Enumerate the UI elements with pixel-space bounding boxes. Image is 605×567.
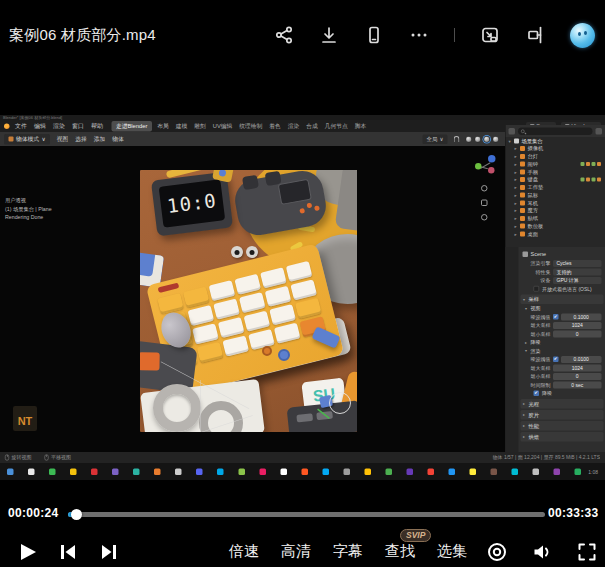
blender-logo-icon[interactable] <box>4 123 10 129</box>
filter-icon[interactable] <box>596 128 603 135</box>
total-time: 00:33:33 <box>548 506 598 520</box>
value-field[interactable]: 1024 <box>553 322 602 329</box>
axis-x-icon[interactable] <box>488 167 495 174</box>
value-field[interactable]: 0.1000 <box>561 313 602 320</box>
menu-item[interactable]: 渲染 <box>50 121 69 132</box>
outliner-item[interactable]: ▸魔方 <box>506 207 605 215</box>
collapsed-section[interactable]: 性能 <box>521 421 604 431</box>
axis-z-icon[interactable] <box>488 155 496 163</box>
quality-button[interactable]: 高清 <box>281 542 311 561</box>
workspace-tab[interactable]: 建模 <box>172 121 191 132</box>
assistant-ball-icon[interactable] <box>570 23 595 48</box>
record-icon[interactable] <box>485 540 508 563</box>
icon-dot <box>154 468 161 475</box>
controls-row: 倍速 高清 字幕 查找SVIP 选集 <box>0 536 605 567</box>
render-engine-dropdown[interactable]: Cycles <box>553 260 602 267</box>
value-field[interactable]: 0 <box>553 330 602 337</box>
subsection-denoise[interactable]: 降噪 <box>519 338 605 347</box>
editor-type-icon[interactable] <box>509 128 516 135</box>
noise-threshold-checkbox[interactable] <box>553 357 559 363</box>
collapsed-section[interactable]: 胶片 <box>521 410 604 420</box>
shading-material-icon[interactable] <box>484 136 491 143</box>
outliner-item[interactable]: ▸数位板 <box>506 222 605 230</box>
download-icon[interactable] <box>319 25 339 45</box>
collapsed-section[interactable]: 光程 <box>521 399 604 409</box>
zoom-icon[interactable] <box>481 185 488 192</box>
value-field[interactable]: 0 <box>553 373 602 380</box>
denoise-checkbox[interactable] <box>534 391 540 397</box>
icon-dot <box>265 286 292 307</box>
camera-view-icon[interactable] <box>481 214 488 221</box>
progress-handle[interactable] <box>71 509 82 520</box>
menu-item[interactable]: 编辑 <box>31 121 50 132</box>
next-button[interactable] <box>97 540 121 564</box>
menu-item[interactable]: 帮助 <box>88 121 107 132</box>
workspace-tab[interactable]: 几何节点 <box>321 121 351 132</box>
osl-checkbox[interactable] <box>534 286 540 292</box>
viewport-menu-item[interactable]: 视图 <box>53 134 72 144</box>
outliner-root[interactable]: ▾场景集合 <box>506 137 605 145</box>
workspace-tab[interactable]: UV编辑 <box>209 121 235 132</box>
search-button[interactable]: 查找SVIP <box>385 542 415 561</box>
shading-rendered-icon[interactable] <box>493 136 500 143</box>
subsection-viewport[interactable]: 视图 <box>519 304 605 313</box>
outliner-item[interactable]: ▸桌面 <box>506 230 605 238</box>
outliner-item[interactable]: ▸工作垫 <box>506 184 605 192</box>
more-options-icon[interactable] <box>409 25 429 45</box>
dock-to-side-icon[interactable] <box>525 25 545 45</box>
progress-track[interactable] <box>68 512 545 517</box>
outliner-item[interactable]: ▸键盘 <box>506 176 605 184</box>
value-field[interactable]: 1024 <box>553 364 602 371</box>
noise-threshold-checkbox[interactable] <box>553 314 559 320</box>
picture-in-picture-icon[interactable] <box>480 25 500 45</box>
viewport-menu-item[interactable]: 选择 <box>72 134 91 144</box>
shading-wireframe-icon[interactable] <box>466 136 473 143</box>
video-area[interactable]: Blender* [案例06 材质部分.blend] 文件编辑渲染窗口帮助 走进… <box>0 115 605 480</box>
viewport-menu-item[interactable]: 物体 <box>109 134 128 144</box>
axis-y-icon[interactable] <box>475 163 482 170</box>
workspace-tab[interactable]: 合成 <box>303 121 322 132</box>
workspace-tab[interactable]: 纹理绘制 <box>236 121 266 132</box>
device-dropdown[interactable]: GPU 计算 <box>553 277 602 284</box>
viewport-menu-item[interactable]: 添加 <box>90 134 109 144</box>
subsection-render[interactable]: 渲染 <box>519 347 605 356</box>
subtitles-button[interactable]: 字幕 <box>333 542 363 561</box>
cast-to-phone-icon[interactable] <box>364 25 384 45</box>
value-field[interactable]: 0.0100 <box>561 356 602 363</box>
feature-set-dropdown[interactable]: 支持的 <box>553 268 602 275</box>
taskbar-app-icons[interactable] <box>7 468 581 475</box>
orientation-selector[interactable]: 全局 ∨ <box>422 134 447 144</box>
workspace-tab[interactable]: 渲染 <box>284 121 303 132</box>
navigation-gizmo[interactable] <box>475 154 499 178</box>
mode-selector[interactable]: 物体模式 ∨ <box>4 134 50 145</box>
workspace-tab[interactable]: 脚本 <box>351 121 370 132</box>
shading-solid-icon[interactable] <box>475 136 482 143</box>
outliner-item[interactable]: ▸贴纸 <box>506 215 605 223</box>
gamepad-button <box>314 205 320 211</box>
outliner-item[interactable]: ▸手柄 <box>506 168 605 176</box>
menu-item[interactable]: 窗口 <box>69 121 88 132</box>
workspace-tab[interactable]: 着色 <box>266 121 285 132</box>
previous-button[interactable] <box>56 540 80 564</box>
share-icon[interactable] <box>274 25 294 45</box>
snap-magnet-icon[interactable] <box>454 136 460 142</box>
episodes-button[interactable]: 选集 <box>437 542 467 561</box>
speed-button[interactable]: 倍速 <box>229 542 259 561</box>
pan-hand-icon[interactable] <box>481 200 488 207</box>
outliner-item[interactable]: ▸摄像机 <box>506 145 605 153</box>
outliner-item[interactable]: ▸闹钟 <box>506 160 605 168</box>
play-button[interactable] <box>15 540 39 564</box>
workspace-tab[interactable]: 雕刻 <box>191 121 210 132</box>
volume-icon[interactable] <box>530 540 553 563</box>
outliner-item[interactable]: ▸台灯 <box>506 153 605 161</box>
outliner-item[interactable]: ▸耳机 <box>506 199 605 207</box>
workspace-tab[interactable]: 布局 <box>154 121 173 132</box>
outliner-search[interactable] <box>518 127 593 135</box>
value-field[interactable]: 0 sec <box>553 381 602 388</box>
workspace-tab-active[interactable]: 走进Blender <box>112 121 152 132</box>
fullscreen-icon[interactable] <box>575 540 598 563</box>
outliner-item[interactable]: ▸鼠标 <box>506 191 605 199</box>
section-sampling[interactable]: 采样 <box>521 295 604 305</box>
collapsed-section[interactable]: 烘焙 <box>521 432 604 442</box>
menu-item[interactable]: 文件 <box>12 121 31 132</box>
